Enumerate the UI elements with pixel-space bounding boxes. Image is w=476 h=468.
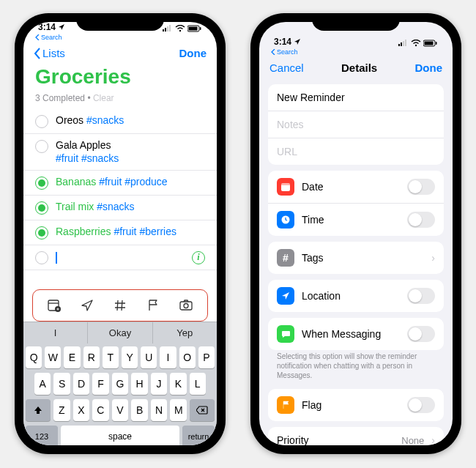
chevron-left-icon	[34, 48, 41, 59]
list-item[interactable]: Gala Apples#fruit #snacks	[23, 134, 217, 171]
key-d[interactable]: D	[73, 373, 89, 395]
battery-icon	[187, 25, 202, 32]
breadcrumb-back[interactable]: Search	[23, 34, 217, 42]
flag-icon[interactable]	[145, 297, 161, 313]
flag-icon	[277, 396, 294, 414]
key-e[interactable]: E	[64, 346, 80, 368]
svg-point-18	[415, 45, 417, 46]
url-field[interactable]: URL	[268, 138, 444, 165]
key-j[interactable]: J	[151, 373, 167, 395]
svg-rect-2	[167, 26, 168, 31]
location-row[interactable]: Location	[268, 280, 444, 312]
suggestion[interactable]: I	[23, 322, 87, 343]
messaging-toggle[interactable]	[407, 326, 435, 342]
svg-rect-7	[200, 27, 201, 30]
key-t[interactable]: T	[103, 346, 119, 368]
list-item[interactable]: Bananas #fruit #produce	[23, 171, 217, 196]
svg-point-12	[184, 304, 188, 308]
flag-row[interactable]: Flag	[268, 389, 444, 421]
status-time: 3:14	[38, 22, 56, 32]
calendar-icon[interactable]	[46, 297, 62, 313]
key-s[interactable]: S	[53, 373, 70, 395]
checkbox[interactable]	[35, 201, 48, 215]
list-title: Groceries	[23, 64, 217, 93]
status-time: 3:14	[274, 37, 291, 47]
space-key[interactable]: space	[61, 426, 179, 445]
priority-list-card: Priority None › List Groceries ›	[268, 427, 444, 445]
key-c[interactable]: C	[92, 399, 109, 421]
key-v[interactable]: V	[112, 399, 129, 421]
camera-icon[interactable]	[178, 297, 194, 313]
date-toggle[interactable]	[407, 179, 435, 195]
list-item[interactable]: Oreos #snacks	[23, 109, 217, 134]
clear-button[interactable]: Clear	[93, 93, 114, 103]
key-q[interactable]: Q	[26, 346, 42, 368]
key-f[interactable]: F	[92, 373, 108, 395]
cancel-button[interactable]: Cancel	[269, 62, 304, 74]
done-button[interactable]: Done	[415, 62, 443, 74]
checkbox[interactable]	[35, 140, 48, 153]
done-button[interactable]: Done	[179, 47, 207, 59]
key-p[interactable]: P	[198, 346, 215, 368]
list-item[interactable]: Trail mix #snacks	[23, 196, 217, 220]
tag-icon[interactable]	[112, 297, 128, 313]
checkbox[interactable]	[35, 251, 48, 264]
phone-left: 3:14 Search Lists Done Groceries 3 Compl…	[15, 13, 226, 454]
key-b[interactable]: B	[131, 399, 148, 421]
key-h[interactable]: H	[131, 373, 147, 395]
location-toggle[interactable]	[407, 288, 435, 304]
info-icon[interactable]: i	[192, 251, 205, 264]
key-n[interactable]: N	[151, 399, 168, 421]
key-a[interactable]: A	[34, 373, 51, 395]
location-arrow-icon	[58, 23, 65, 31]
key-g[interactable]: G	[112, 373, 128, 395]
notch	[312, 13, 400, 31]
new-item-input[interactable]	[56, 251, 57, 264]
svg-point-4	[179, 30, 181, 31]
suggestion[interactable]: Yep	[152, 322, 217, 343]
time-toggle[interactable]	[407, 212, 435, 228]
messaging-row[interactable]: When Messaging	[268, 318, 444, 350]
numbers-key[interactable]: 123	[26, 426, 58, 445]
time-row[interactable]: Time	[268, 203, 444, 236]
key-z[interactable]: Z	[53, 399, 70, 421]
location-icon[interactable]	[79, 297, 95, 313]
checkbox[interactable]	[35, 115, 48, 128]
tags-row[interactable]: # Tags ›	[268, 242, 444, 274]
return-key[interactable]: return	[182, 426, 215, 445]
priority-row[interactable]: Priority None ›	[268, 427, 444, 445]
backspace-key[interactable]	[190, 399, 215, 421]
shift-key[interactable]	[26, 399, 51, 421]
new-item-row[interactable]: i	[23, 245, 217, 270]
flag-toggle[interactable]	[407, 397, 435, 413]
date-row[interactable]: Date	[268, 171, 444, 203]
title-field[interactable]: New Reminder	[268, 84, 444, 111]
back-button[interactable]: Lists	[34, 47, 65, 59]
notes-field[interactable]: Notes	[268, 111, 444, 138]
list-item[interactable]: Raspberries #fruit #berries	[23, 220, 217, 245]
svg-rect-16	[403, 41, 404, 46]
key-o[interactable]: O	[179, 346, 196, 368]
key-i[interactable]: I	[160, 346, 176, 368]
key-k[interactable]: K	[170, 373, 186, 395]
key-l[interactable]: L	[190, 373, 206, 395]
svg-rect-6	[189, 27, 198, 31]
key-r[interactable]: R	[83, 346, 100, 368]
title-card: New Reminder Notes URL	[268, 84, 444, 165]
status-indicators	[398, 40, 438, 47]
breadcrumb-back[interactable]: Search	[259, 48, 453, 57]
suggestion[interactable]: Okay	[87, 322, 152, 343]
flag-card: Flag	[268, 389, 444, 421]
checkbox[interactable]	[35, 226, 48, 239]
key-m[interactable]: M	[170, 399, 187, 421]
keyboard: QWERTYUIOP ASDFGHJKL ZXCVBNM 123 space r…	[23, 343, 217, 445]
item-text: Trail mix #snacks	[56, 201, 135, 214]
key-y[interactable]: Y	[122, 346, 138, 368]
checkbox[interactable]	[35, 177, 48, 190]
key-w[interactable]: W	[45, 346, 61, 368]
signal-icon	[398, 40, 409, 47]
key-x[interactable]: X	[73, 399, 90, 421]
svg-rect-0	[163, 29, 164, 31]
chevron-left-icon	[271, 49, 275, 55]
key-u[interactable]: U	[141, 346, 157, 368]
